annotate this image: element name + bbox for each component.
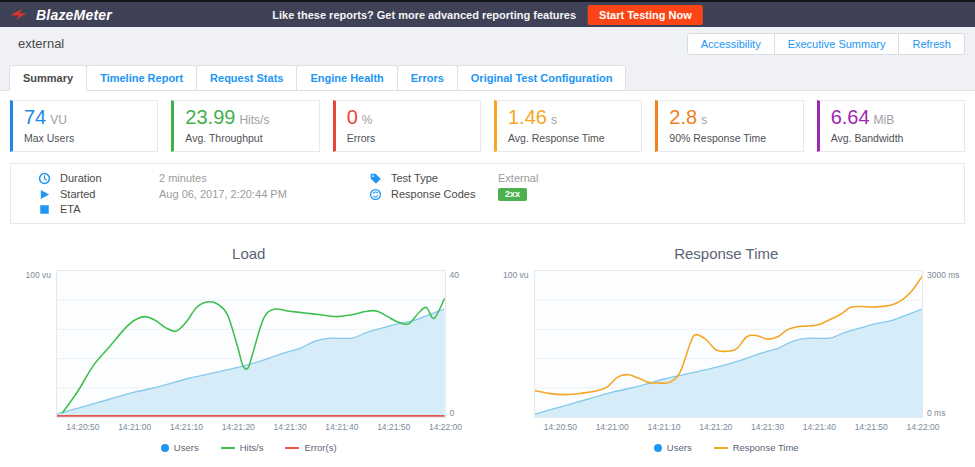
tab-request-stats[interactable]: Request Stats (196, 65, 297, 91)
rt-y-axis-right-min: 0 ms (927, 408, 959, 418)
stat-label: Avg. Response Time (508, 132, 630, 144)
legend-label: Hits/s (240, 442, 264, 453)
x-tick-label: 14:21:50 (855, 422, 888, 432)
detail-label: Started (60, 188, 159, 201)
x-tick-label: 14:21:10 (647, 422, 680, 432)
stat-unit: VU (50, 113, 67, 127)
stat-value: 2.8 (669, 106, 697, 128)
stat-unit: s (701, 113, 707, 127)
response-time-chart-legend: UsersResponse Time (494, 442, 960, 453)
detail-value: 2 minutes (159, 172, 207, 185)
legend-label: Users (174, 442, 199, 453)
x-tick-label: 14:21:30 (274, 422, 307, 432)
x-tick-label: 14:21:10 (170, 422, 203, 432)
x-tick-label: 14:20:50 (544, 422, 577, 432)
header-action-executive-summary[interactable]: Executive Summary (774, 33, 900, 55)
stat-card-avg-throughput: 23.99Hits/sAvg. Throughput (171, 100, 319, 152)
detail-label: ETA (60, 203, 159, 216)
x-tick-label: 14:21:30 (751, 422, 784, 432)
codes-icon (369, 188, 382, 201)
legend-label: Error(s) (304, 442, 336, 453)
tab-engine-health[interactable]: Engine Health (296, 65, 397, 91)
stat-unit: Hits/s (239, 113, 269, 127)
charts-row: Load 100 vu 40 0 14:20:5014:21:0014:21:1… (10, 236, 965, 453)
x-tick-label: 14:21:20 (699, 422, 732, 432)
stat-unit: % (362, 113, 373, 127)
start-testing-now-button[interactable]: Start Testing Now (588, 5, 703, 25)
load-y-axis-left-label: 100 vu (16, 270, 56, 418)
detail-label: Response Codes (391, 188, 498, 201)
load-chart-panel: Load 100 vu 40 0 14:20:5014:21:0014:21:1… (10, 236, 488, 453)
page-title: external (18, 36, 64, 51)
stat-card-avg-response-time: 1.46sAvg. Response Time (494, 100, 642, 152)
load-chart-legend: UsersHits/sError(s) (16, 442, 482, 453)
stat-unit: s (551, 113, 557, 127)
stat-label: Errors (347, 132, 469, 144)
detail-value: Aug 06, 2017, 2:20:44 PM (159, 188, 287, 201)
tab-strip: SummaryTimeline ReportRequest StatsEngin… (0, 60, 975, 91)
test-details-panel: Duration2 minutesStartedAug 06, 2017, 2:… (10, 163, 965, 224)
load-chart-plot[interactable] (56, 270, 446, 418)
header-actions: AccessibilityExecutive SummaryRefresh (688, 33, 965, 55)
x-tick-label: 14:21:50 (377, 422, 410, 432)
tag-icon (369, 172, 382, 185)
response-time-chart-panel: Response Time 100 vu 3000 ms 0 ms 14:20:… (488, 236, 966, 453)
legend-line-marker (285, 447, 299, 449)
stats-row: 74VUMax Users23.99Hits/sAvg. Throughput0… (10, 100, 965, 152)
legend-line-marker (221, 447, 235, 449)
legend-dot-marker (654, 444, 662, 452)
stat-label: Max Users (24, 132, 146, 144)
x-tick-label: 14:22:00 (429, 422, 462, 432)
stat-label: 90% Response Time (669, 132, 791, 144)
blazemeter-logo-icon (12, 8, 32, 21)
response-time-chart-plot[interactable] (534, 270, 924, 418)
load-chart-title: Load (16, 245, 482, 262)
detail-row-response-codes: Response Codes2xx (369, 188, 538, 201)
blazemeter-logo[interactable]: BlazeMeter (12, 7, 112, 23)
x-tick-label: 14:22:00 (906, 422, 939, 432)
x-tick-label: 14:21:00 (118, 422, 151, 432)
stat-value: 23.99 (185, 106, 235, 128)
legend-item-users[interactable]: Users (654, 442, 692, 453)
detail-value: External (498, 172, 538, 185)
tab-errors[interactable]: Errors (397, 65, 458, 91)
rt-y-axis-left-label: 100 vu (494, 270, 534, 418)
legend-item-error-s[interactable]: Error(s) (285, 442, 336, 453)
legend-item-users[interactable]: Users (161, 442, 199, 453)
header-action-refresh[interactable]: Refresh (898, 33, 965, 55)
x-tick-label: 14:21:20 (222, 422, 255, 432)
stat-value: 0 (347, 106, 358, 128)
stat-value: 6.64 (831, 106, 870, 128)
response-time-chart-title: Response Time (494, 245, 960, 262)
legend-line-marker (714, 447, 728, 449)
load-y-axis-right-min: 0 (450, 408, 482, 418)
load-x-axis-ticks: 14:20:5014:21:0014:21:1014:21:2014:21:30… (57, 422, 446, 433)
tab-timeline-report[interactable]: Timeline Report (86, 65, 197, 91)
report-content: 74VUMax Users23.99Hits/sAvg. Throughput0… (0, 91, 975, 453)
blazemeter-logo-text: BlazeMeter (36, 7, 112, 23)
report-header: external AccessibilityExecutive SummaryR… (0, 27, 975, 60)
x-tick-label: 14:21:40 (325, 422, 358, 432)
detail-label: Test Type (391, 172, 498, 185)
clock-icon (38, 172, 51, 185)
stat-card-max-users: 74VUMax Users (10, 100, 158, 152)
details-column-left: Duration2 minutesStartedAug 06, 2017, 2:… (11, 172, 356, 216)
stop-icon (38, 203, 51, 216)
detail-row-test-type: Test TypeExternal (369, 172, 538, 185)
stat-card-avg-bandwidth: 6.64MiBAvg. Bandwidth (817, 100, 965, 152)
detail-label: Duration (60, 172, 159, 185)
detail-row-eta: ETA (38, 203, 356, 216)
stat-unit: MiB (874, 113, 895, 127)
detail-row-started: StartedAug 06, 2017, 2:20:44 PM (38, 188, 356, 201)
top-nav-bar: BlazeMeter Like these reports? Get more … (0, 0, 975, 27)
header-action-accessibility[interactable]: Accessibility (687, 33, 775, 55)
tab-summary[interactable]: Summary (9, 65, 87, 91)
tab-original-test-configuration[interactable]: Original Test Configuration (457, 65, 627, 91)
promo-text: Like these reports? Get more advanced re… (272, 9, 576, 21)
details-column-right: Test TypeExternalResponse Codes2xx (356, 172, 538, 216)
play-icon (38, 188, 51, 201)
x-tick-label: 14:20:50 (66, 422, 99, 432)
promo-banner: Like these reports? Get more advanced re… (272, 5, 703, 25)
legend-item-response-time[interactable]: Response Time (714, 442, 799, 453)
legend-item-hits-s[interactable]: Hits/s (221, 442, 264, 453)
